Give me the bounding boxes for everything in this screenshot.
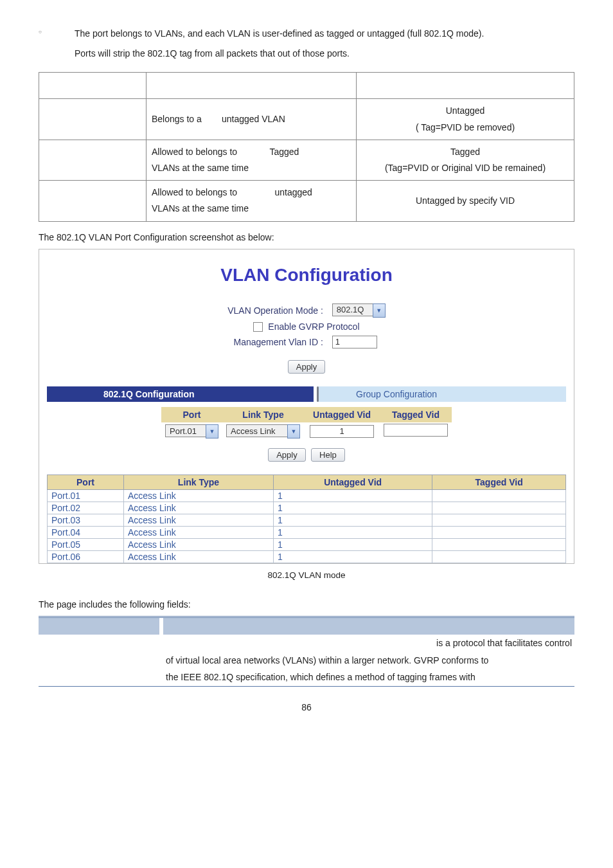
chevron-down-icon: ▼: [206, 424, 218, 439]
mode-row3-c3: Untagged by specify VID: [357, 181, 574, 221]
fields-desc-l1-tail: is a protocol that facilitates control: [163, 635, 574, 652]
list-cell-tvid: [432, 490, 566, 502]
list-cell-tvid: [432, 527, 566, 539]
list-cell-tvid: [432, 502, 566, 514]
untagged-vid-input[interactable]: 1: [310, 425, 374, 438]
list-header-link: Link Type: [124, 475, 274, 490]
list-cell-uvid: 1: [274, 551, 432, 563]
list-cell-tvid: [432, 539, 566, 551]
mode-row1-c2: Belongs to a untagged VLAN: [147, 99, 357, 140]
mode-row1-c1: [39, 99, 147, 140]
list-cell-link: Access Link: [124, 527, 274, 539]
mode-row2-c2: Allowed to belongs to Tagged VLANs at th…: [147, 140, 357, 180]
config-table: Port Link Type Untagged Vid Tagged Vid P…: [161, 407, 452, 440]
vlan-form: VLAN Operation Mode : 802.1Q ▼ Enable GV…: [222, 301, 391, 352]
port-list-table: Port Link Type Untagged Vid Tagged Vid P…: [47, 475, 566, 563]
figure-caption: 802.1Q VLAN mode: [39, 570, 574, 580]
list-cell-uvid: 1: [274, 539, 432, 551]
config-header-uvid: Untagged Vid: [304, 407, 380, 422]
link-type-select[interactable]: Access Link ▼: [226, 424, 300, 439]
list-cell-port: Port.06: [48, 551, 124, 563]
config-header-port: Port: [161, 407, 222, 422]
list-cell-link: Access Link: [124, 551, 274, 563]
intro-line2: Ports will strip the 802.1Q tag from all…: [75, 46, 574, 62]
mode-table: Belongs to a untagged VLAN Untagged ( Ta…: [39, 72, 574, 221]
screenshot-container: VLAN Configuration VLAN Operation Mode :…: [39, 249, 574, 565]
list-cell-tvid: [432, 551, 566, 563]
list-cell-link: Access Link: [124, 502, 274, 514]
fields-desc-l2: of virtual local area networks (VLANs) w…: [163, 652, 574, 669]
mode-row3-c1: [39, 181, 147, 221]
mode-row3-c2: Allowed to belongs to untagged VLANs at …: [147, 181, 357, 221]
mode-select[interactable]: 802.1Q ▼: [332, 303, 386, 318]
config-header-link: Link Type: [222, 407, 304, 422]
mode-row2-c3: Tagged (Tag=PVID or Original VID be rema…: [357, 140, 574, 180]
apply-button-config[interactable]: Apply: [268, 448, 306, 462]
intro-line1: The port belongs to VLANs, and each VLAN…: [75, 26, 574, 42]
gvrp-label: Enable GVRP Protocol: [268, 321, 359, 332]
list-header-port: Port: [48, 475, 124, 490]
list-cell-uvid: 1: [274, 502, 432, 514]
list-cell-link: Access Link: [124, 514, 274, 527]
list-cell-link: Access Link: [124, 539, 274, 551]
mode-row1-c3: Untagged ( Tag=PVID be removed): [357, 99, 574, 140]
vlan-config-title: VLAN Configuration: [47, 265, 566, 285]
tagged-vid-input[interactable]: [384, 424, 448, 437]
tabs: 802.1Q Configuration Group Configuration: [47, 386, 566, 402]
list-cell-port: Port.04: [48, 527, 124, 539]
chevron-down-icon: ▼: [373, 303, 386, 318]
chevron-down-icon: ▼: [287, 424, 300, 439]
list-cell-port: Port.01: [48, 490, 124, 502]
fields-heading: The page includes the following fields:: [39, 599, 574, 610]
mgmt-vlan-input[interactable]: 1: [332, 336, 377, 348]
tab-8021q-config[interactable]: 802.1Q Configuration: [47, 386, 314, 402]
page-number: 86: [39, 702, 574, 712]
list-cell-port: Port.05: [48, 539, 124, 551]
hybrid-bullet-icon: ○: [39, 26, 75, 35]
list-cell-uvid: 1: [274, 527, 432, 539]
list-cell-link: Access Link: [124, 490, 274, 502]
section-heading: The 802.1Q VLAN Port Configuration scree…: [39, 232, 574, 242]
list-cell-port: Port.02: [48, 502, 124, 514]
list-cell-tvid: [432, 514, 566, 527]
fields-desc-l3: the IEEE 802.1Q specification, which def…: [163, 669, 574, 686]
list-cell-uvid: 1: [274, 490, 432, 502]
apply-button-top[interactable]: Apply: [288, 360, 326, 374]
list-cell-uvid: 1: [274, 514, 432, 527]
list-header-uvid: Untagged Vid: [274, 475, 432, 490]
tab-group-config[interactable]: Group Configuration: [317, 386, 566, 402]
mode-row2-c1: [39, 140, 147, 180]
list-header-tvid: Tagged Vid: [432, 475, 566, 490]
fields-table: is a protocol that facilitates control o…: [39, 616, 574, 687]
mode-label: VLAN Operation Mode :: [224, 302, 327, 319]
list-cell-port: Port.03: [48, 514, 124, 527]
config-header-tvid: Tagged Vid: [380, 407, 452, 422]
gvrp-checkbox[interactable]: [253, 322, 263, 332]
help-button[interactable]: Help: [311, 448, 345, 462]
mgmt-label: Management Vlan ID :: [224, 334, 327, 350]
port-select[interactable]: Port.01 ▼: [165, 424, 218, 439]
